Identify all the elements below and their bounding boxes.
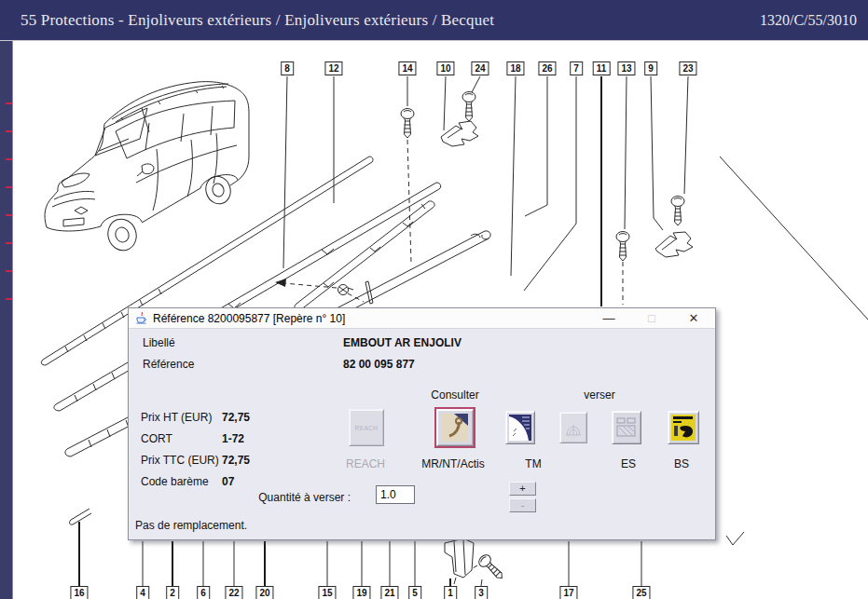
- java-cup-icon: [134, 311, 149, 326]
- tm-label: TM: [525, 457, 541, 470]
- close-button[interactable]: ✕: [683, 309, 704, 327]
- callout-13[interactable]: 13: [617, 61, 635, 75]
- callout-12[interactable]: 12: [324, 61, 342, 75]
- callout-14[interactable]: 14: [398, 61, 416, 75]
- mr-nt-actis-label: MR/NT/Actis: [421, 457, 484, 470]
- parts-catalog-window: 8121410241826711139231642622201519215131…: [0, 0, 868, 599]
- yellow-catalog-icon: [671, 415, 696, 441]
- callout-19[interactable]: 19: [352, 586, 370, 599]
- callout-10[interactable]: 10: [436, 61, 454, 75]
- nav-tick: [6, 158, 12, 160]
- reach-button: REACH: [349, 409, 384, 446]
- callout-15[interactable]: 15: [318, 586, 336, 599]
- bs-label: BS: [674, 457, 689, 470]
- nav-tick: [6, 242, 12, 244]
- tm-button[interactable]: [505, 411, 535, 444]
- libelle-value: EMBOUT AR ENJOLIV: [343, 336, 462, 349]
- callout-23[interactable]: 23: [679, 61, 696, 75]
- reach-icon: REACH: [355, 425, 379, 431]
- cort-value: 1-72: [222, 432, 244, 445]
- page-title: 55 Protections - Enjoliveurs extérieurs …: [0, 11, 494, 30]
- callout-21[interactable]: 21: [380, 586, 398, 599]
- callout-16[interactable]: 16: [70, 586, 88, 599]
- callout-18[interactable]: 18: [506, 61, 524, 75]
- mr-nt-actis-button[interactable]: [436, 409, 474, 446]
- callout-11[interactable]: 11: [593, 61, 611, 75]
- minimize-button[interactable]: —: [599, 309, 619, 327]
- reference-label: Référence: [143, 358, 194, 371]
- verser-group-header: verser: [553, 388, 646, 402]
- dialog-title: Référence 8200095877 [Repère n° 10]: [153, 312, 345, 325]
- maximize-button[interactable]: □: [641, 309, 662, 327]
- code-bareme-label: Code barème: [141, 475, 209, 488]
- left-nav-strip: [0, 41, 13, 599]
- callout-26[interactable]: 26: [538, 61, 556, 75]
- callout-4[interactable]: 4: [136, 586, 149, 599]
- document-wrench-icon: [442, 414, 468, 442]
- reference-value: 82 00 095 877: [343, 358, 415, 371]
- quantity-increment-button[interactable]: +: [509, 482, 536, 496]
- catalog-code: 1320/C/55/3010: [760, 12, 868, 29]
- reference-dialog: Référence 8200095877 [Repère n° 10] — □ …: [128, 307, 716, 540]
- callout-24[interactable]: 24: [471, 61, 489, 75]
- nav-tick: [6, 130, 12, 132]
- callout-1[interactable]: 1: [444, 586, 457, 599]
- callout-5[interactable]: 5: [408, 586, 421, 599]
- callout-25[interactable]: 25: [632, 586, 650, 599]
- nav-tick: [6, 298, 12, 300]
- nav-tick: [6, 214, 12, 216]
- replacement-note: Pas de remplacement.: [135, 519, 247, 532]
- callout-6[interactable]: 6: [197, 586, 210, 599]
- prix-ttc-value: 72,75: [222, 454, 250, 467]
- callout-7[interactable]: 7: [570, 61, 583, 75]
- cort-label: CORT: [141, 432, 172, 445]
- nav-tick: [6, 270, 12, 272]
- bs-button[interactable]: [668, 411, 699, 444]
- quantity-decrement-button[interactable]: -: [509, 498, 536, 512]
- time-chart-icon: [509, 415, 531, 441]
- arch-icon: [563, 416, 584, 439]
- callout-20[interactable]: 20: [255, 586, 273, 599]
- prix-ht-label: Prix HT (EUR): [141, 411, 212, 424]
- es-label: ES: [621, 457, 636, 470]
- quantity-label: Quantité à verser :: [231, 491, 351, 504]
- nav-tick: [6, 186, 12, 188]
- header-bar: 55 Protections - Enjoliveurs extérieurs …: [0, 0, 868, 41]
- callout-8[interactable]: 8: [281, 61, 294, 75]
- callout-22[interactable]: 22: [225, 586, 242, 599]
- dialog-titlebar[interactable]: Référence 8200095877 [Repère n° 10] — □ …: [129, 308, 715, 329]
- callout-9[interactable]: 9: [644, 61, 657, 75]
- es-button[interactable]: [612, 411, 641, 444]
- code-bareme-value: 07: [222, 475, 234, 488]
- verser-disabled-button: [559, 412, 587, 443]
- callout-2[interactable]: 2: [166, 586, 179, 599]
- reach-label: REACH: [346, 457, 385, 470]
- quantity-input[interactable]: [376, 485, 415, 504]
- map-pieces-icon: [615, 415, 638, 440]
- callout-17[interactable]: 17: [559, 586, 577, 599]
- prix-ttc-label: Prix TTC (EUR): [141, 454, 219, 467]
- callout-3[interactable]: 3: [475, 586, 488, 599]
- consulter-group-header: Consulter: [408, 388, 502, 402]
- prix-ht-value: 72,75: [222, 411, 250, 424]
- car-illustration: [45, 82, 249, 254]
- nav-tick: [6, 102, 12, 104]
- libelle-label: Libellé: [143, 336, 175, 349]
